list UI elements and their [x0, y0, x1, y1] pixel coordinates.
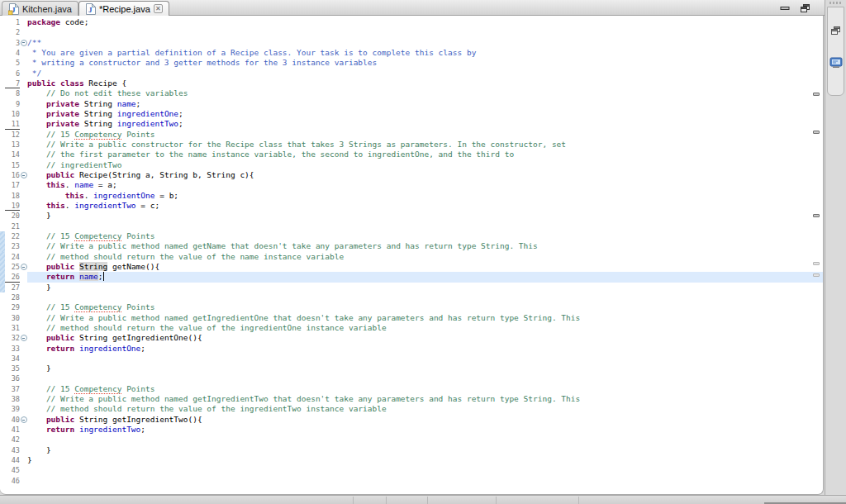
- minimize-button[interactable]: [780, 0, 790, 16]
- line-number[interactable]: 3: [5, 38, 20, 48]
- code-line-13[interactable]: 13 // Write a public constructor for the…: [0, 140, 823, 150]
- code-line-45[interactable]: 45: [0, 465, 823, 475]
- code-line-25[interactable]: 25 public String getName(){: [0, 262, 823, 272]
- annotation-mark[interactable]: [813, 93, 820, 96]
- code-line-39[interactable]: 39 // method should return the value of …: [0, 404, 823, 414]
- code-line-12[interactable]: 12 // 15 Competency Points: [0, 130, 823, 140]
- line-number[interactable]: 29: [5, 302, 20, 312]
- code-line-29[interactable]: 29 // 15 Competency Points: [0, 302, 823, 312]
- code-line-36[interactable]: 36: [0, 373, 823, 383]
- code-line-3[interactable]: 3/**: [0, 38, 823, 48]
- code-line-16[interactable]: 16 public Recipe(String a, String b, Str…: [0, 170, 823, 180]
- line-number[interactable]: 10: [5, 109, 20, 119]
- code-line-31[interactable]: 31 // method should return the value of …: [0, 323, 823, 333]
- line-number[interactable]: 38: [5, 394, 20, 404]
- line-number[interactable]: 40: [5, 415, 20, 425]
- line-number[interactable]: 35: [5, 364, 20, 373]
- line-number[interactable]: 46: [5, 476, 20, 486]
- code-line-20[interactable]: 20 }: [0, 211, 823, 221]
- line-number[interactable]: 17: [5, 180, 20, 190]
- code-line-17[interactable]: 17 this. name = a;: [0, 180, 823, 190]
- code-line-30[interactable]: 30 // Write a public method named getIng…: [0, 313, 823, 323]
- line-number[interactable]: 12: [5, 130, 20, 140]
- line-number[interactable]: 18: [5, 191, 20, 201]
- code-line-46[interactable]: 46: [0, 476, 823, 486]
- tab-recipe-java[interactable]: J *Recipe.java ✕: [78, 1, 169, 16]
- code-line-28[interactable]: 28: [0, 292, 823, 302]
- line-number[interactable]: 36: [5, 373, 20, 383]
- code-line-33[interactable]: 33 return ingredientOne;: [0, 344, 823, 354]
- line-number[interactable]: 8: [5, 88, 20, 98]
- code-line-21[interactable]: 21: [0, 221, 823, 231]
- restore-button[interactable]: [800, 0, 810, 16]
- code-line-43[interactable]: 43 }: [0, 445, 823, 455]
- code-line-4[interactable]: 4 * You are given a partial definition o…: [0, 48, 823, 58]
- line-number[interactable]: 34: [5, 354, 20, 364]
- code-line-27[interactable]: 27 }: [0, 283, 823, 292]
- line-number[interactable]: 33: [5, 344, 20, 354]
- line-number[interactable]: 15: [5, 160, 20, 170]
- line-number[interactable]: 1: [5, 17, 20, 27]
- code-line-2[interactable]: 2: [0, 27, 823, 37]
- line-number[interactable]: 32: [5, 333, 20, 343]
- line-number[interactable]: 24: [5, 252, 20, 262]
- code-line-23[interactable]: 23 // Write a public method named getNam…: [0, 241, 823, 251]
- line-number[interactable]: 6: [5, 69, 20, 78]
- code-line-37[interactable]: 37 // 15 Competency Points: [0, 384, 823, 394]
- line-number[interactable]: 16: [5, 170, 20, 180]
- code-line-24[interactable]: 24 // method should return the value of …: [0, 252, 823, 262]
- fold-collapse-icon[interactable]: [21, 416, 27, 423]
- line-number[interactable]: 41: [5, 425, 20, 435]
- line-number[interactable]: 44: [5, 455, 20, 465]
- code-line-11[interactable]: 11 private String ingredientTwo;: [0, 119, 823, 129]
- line-number[interactable]: 31: [5, 323, 20, 333]
- code-line-42[interactable]: 42: [0, 435, 823, 445]
- fold-collapse-icon[interactable]: [21, 40, 27, 46]
- code-line-1[interactable]: 1package code;: [0, 17, 823, 27]
- annotation-mark[interactable]: [813, 262, 820, 265]
- console-icon[interactable]: [829, 57, 843, 69]
- line-number[interactable]: 9: [5, 99, 20, 109]
- line-number[interactable]: 26: [5, 272, 20, 282]
- line-number[interactable]: 43: [5, 445, 20, 455]
- line-number[interactable]: 2: [5, 27, 20, 37]
- line-number[interactable]: 7: [5, 78, 20, 88]
- close-icon[interactable]: ✕: [154, 4, 163, 13]
- code-line-9[interactable]: 9 private String name;: [0, 99, 823, 109]
- code-line-10[interactable]: 10 private String ingredientOne;: [0, 109, 823, 119]
- restore-view-icon[interactable]: [830, 26, 841, 36]
- code-line-18[interactable]: 18 this. ingredientOne = b;: [0, 191, 823, 201]
- drag-handle-icon[interactable]: [829, 2, 841, 4]
- line-number[interactable]: 37: [5, 384, 20, 394]
- line-number[interactable]: 45: [5, 465, 20, 475]
- code-line-26[interactable]: 26 return name;: [0, 272, 823, 282]
- line-number[interactable]: 27: [5, 283, 20, 292]
- line-number[interactable]: 25: [5, 262, 20, 272]
- line-number[interactable]: 11: [5, 119, 20, 129]
- line-number[interactable]: 22: [5, 231, 20, 241]
- code-editor[interactable]: 1package code;23/**4 * You are given a p…: [0, 16, 824, 495]
- tab-kitchen-java[interactable]: J Kitchen.java: [2, 1, 78, 16]
- code-line-40[interactable]: 40 public String getIngredientTwo(){: [0, 415, 823, 425]
- line-number[interactable]: 30: [5, 313, 20, 323]
- code-line-35[interactable]: 35 }: [0, 364, 823, 373]
- line-number[interactable]: 5: [5, 58, 20, 68]
- code-line-19[interactable]: 19 this. ingredientTwo = c;: [0, 201, 823, 211]
- fold-collapse-icon[interactable]: [21, 335, 27, 341]
- line-number[interactable]: 42: [5, 435, 20, 445]
- annotation-mark[interactable]: [813, 214, 820, 217]
- code-line-44[interactable]: 44}: [0, 455, 823, 465]
- annotation-mark[interactable]: [813, 131, 820, 134]
- code-line-7[interactable]: 7public class Recipe {: [0, 78, 823, 88]
- code-line-22[interactable]: 22 // 15 Competency Points: [0, 231, 823, 241]
- code-line-5[interactable]: 5 * writing a constructor and 3 getter m…: [0, 58, 823, 68]
- code-line-15[interactable]: 15 // ingredientTwo: [0, 160, 823, 170]
- line-number[interactable]: 13: [5, 140, 20, 150]
- fold-collapse-icon[interactable]: [21, 172, 27, 178]
- code-line-32[interactable]: 32 public String getIngredientOne(){: [0, 333, 823, 343]
- fold-collapse-icon[interactable]: [21, 264, 27, 270]
- code-line-38[interactable]: 38 // Write a public method named getIng…: [0, 394, 823, 404]
- line-number[interactable]: 21: [5, 221, 20, 231]
- line-number[interactable]: 23: [5, 241, 20, 251]
- code-line-6[interactable]: 6 */: [0, 69, 823, 78]
